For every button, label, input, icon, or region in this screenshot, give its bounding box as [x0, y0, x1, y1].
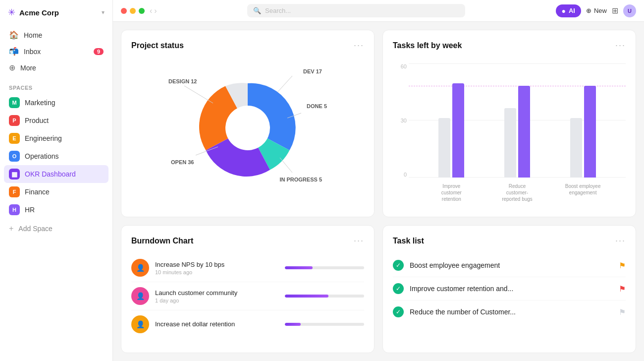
- main-content: Project status ···: [113, 22, 644, 361]
- burndown-avatar-1: 👤: [131, 259, 149, 277]
- bar-group-1: [438, 83, 464, 178]
- product-space-icon: P: [9, 115, 20, 126]
- burndown-name-3: Increase net dollar retention: [155, 320, 279, 328]
- tasks-by-week-more-button[interactable]: ···: [615, 40, 626, 51]
- task-name-2: Improve customer retention and...: [410, 285, 613, 293]
- space-label: Finance: [25, 188, 50, 196]
- window-controls: [121, 8, 145, 14]
- sidebar-item-inbox[interactable]: 📬 Inbox 9: [4, 43, 108, 60]
- sidebar-item-hr[interactable]: H HR: [4, 201, 108, 219]
- space-label: Operations: [25, 152, 58, 160]
- sidebar-item-engineering[interactable]: E Engineering: [4, 129, 108, 147]
- y-label-30: 30: [393, 118, 407, 123]
- tasks-by-week-title: Tasks left by week: [393, 41, 462, 50]
- tasks-by-week-header: Tasks left by week ···: [393, 40, 626, 51]
- bar-y-axis: 0 30 60: [393, 63, 407, 178]
- bar-chart-area: 0 30 60: [393, 59, 626, 202]
- spaces-section-label: Spaces: [0, 78, 112, 94]
- burndown-info-2: Launch customer community 1 day ago: [155, 289, 279, 303]
- burndown-chart-card: Burndown Chart ··· 👤 Increase NPS by 10 …: [121, 225, 375, 353]
- add-space-label: Add Space: [18, 225, 53, 233]
- burndown-item-2: 👤 Launch customer community 1 day ago: [131, 282, 364, 310]
- company-header[interactable]: ✳ Acme Corp ▾: [0, 0, 112, 25]
- sidebar-item-okr-dashboard[interactable]: ▦ OKR Dashboard: [4, 165, 108, 183]
- task-list-title: Task list: [393, 237, 424, 245]
- burndown-name-1: Increase NPS by 10 bps: [155, 261, 279, 268]
- bar-groups: [409, 63, 626, 178]
- add-space-button[interactable]: + Add Space: [4, 221, 108, 237]
- burndown-item-3: 👤 Increase net dollar retention: [131, 310, 364, 338]
- bar-x-labels: Improve customerretention Reduce custome…: [409, 180, 626, 202]
- ai-button[interactable]: ● AI: [556, 4, 581, 17]
- search-bar[interactable]: 🔍 Search...: [247, 4, 465, 17]
- task-item-2: ✓ Improve customer retention and... ⚑: [393, 277, 626, 301]
- project-status-more-button[interactable]: ···: [354, 40, 364, 51]
- x-label-1: Improve customerretention: [431, 180, 471, 202]
- task-name-3: Reduce the number of Customer...: [410, 308, 613, 316]
- burndown-progress-2: [285, 295, 364, 298]
- plus-icon: ⊕: [586, 7, 591, 14]
- task-list-more-button[interactable]: ···: [615, 236, 626, 246]
- burndown-progress-1: [285, 266, 364, 269]
- task-name-1: Boost employee engagement: [410, 261, 613, 269]
- operations-space-icon: O: [9, 151, 20, 162]
- bar-grey-1: [438, 118, 450, 178]
- tasks-by-week-card: Tasks left by week ··· 0 30 60: [382, 30, 636, 217]
- y-label-0: 0: [393, 172, 407, 178]
- sidebar-item-more[interactable]: ⊕ More: [4, 60, 108, 76]
- minimize-button[interactable]: [130, 8, 136, 14]
- more-icon: ⊕: [9, 63, 15, 72]
- bar-grey-2: [504, 108, 516, 178]
- burndown-more-button[interactable]: ···: [354, 236, 364, 246]
- sidebar-item-operations[interactable]: O Operations: [4, 147, 108, 165]
- task-list-card: Task list ··· ✓ Boost employee engagemen…: [382, 225, 636, 353]
- sidebar-item-finance[interactable]: F Finance: [4, 183, 108, 201]
- sidebar-item-label: Home: [24, 31, 42, 39]
- pie-svg: [198, 78, 297, 178]
- search-icon: 🔍: [253, 7, 261, 14]
- x-label-3: Boost employeeengagement: [563, 180, 603, 202]
- sidebar-item-marketing[interactable]: M Marketing: [4, 94, 108, 112]
- space-label: Product: [25, 117, 49, 124]
- forward-icon[interactable]: ›: [154, 6, 157, 15]
- ai-icon: ●: [562, 7, 566, 15]
- hr-space-icon: H: [9, 204, 20, 215]
- sidebar-item-product[interactable]: P Product: [4, 112, 108, 129]
- bar-group-2: [504, 86, 530, 178]
- burndown-time-2: 1 day ago: [155, 298, 279, 303]
- back-icon[interactable]: ‹: [150, 6, 152, 15]
- sidebar: ✳ Acme Corp ▾ 🏠 Home 📬 Inbox 9 ⊕ More Sp…: [0, 0, 113, 361]
- task-check-1: ✓: [393, 260, 404, 271]
- y-label-60: 60: [393, 63, 407, 69]
- new-button[interactable]: ⊕ New: [586, 7, 607, 14]
- home-icon: 🏠: [9, 30, 19, 40]
- pie-label-inprogress: IN PROGRESS 5: [279, 177, 322, 182]
- burndown-title: Burndown Chart: [131, 237, 193, 245]
- chevron-down-icon: ▾: [102, 9, 105, 16]
- inbox-badge: 9: [94, 48, 104, 55]
- bar-pair-1: [438, 83, 464, 178]
- bar-grey-3: [570, 118, 582, 178]
- engineering-space-icon: E: [9, 133, 20, 144]
- x-label-2: Reduce customer-reported bugs: [497, 180, 537, 202]
- space-label: Marketing: [25, 99, 55, 107]
- burndown-fill-3: [285, 323, 301, 326]
- maximize-button[interactable]: [139, 8, 145, 14]
- sidebar-item-home[interactable]: 🏠 Home: [4, 27, 108, 43]
- finance-space-icon: F: [9, 186, 20, 197]
- project-status-header: Project status ···: [131, 40, 364, 51]
- bar-purple-2: [518, 86, 530, 178]
- svg-point-1: [225, 106, 270, 150]
- task-item-3: ✓ Reduce the number of Customer... ⚑: [393, 301, 626, 323]
- project-status-card: Project status ···: [121, 30, 375, 217]
- close-button[interactable]: [121, 8, 127, 14]
- burndown-item-1: 👤 Increase NPS by 10 bps 10 minutes ago: [131, 254, 364, 282]
- pie-label-done: DONE 5: [307, 103, 327, 109]
- new-label: New: [594, 7, 607, 14]
- bar-pair-3: [570, 86, 596, 178]
- bar-purple-1: [452, 83, 464, 178]
- task-list-header: Task list ···: [393, 236, 626, 246]
- burndown-avatar-3: 👤: [131, 315, 149, 333]
- user-avatar[interactable]: U: [623, 4, 636, 17]
- grid-icon[interactable]: ⊞: [612, 6, 618, 15]
